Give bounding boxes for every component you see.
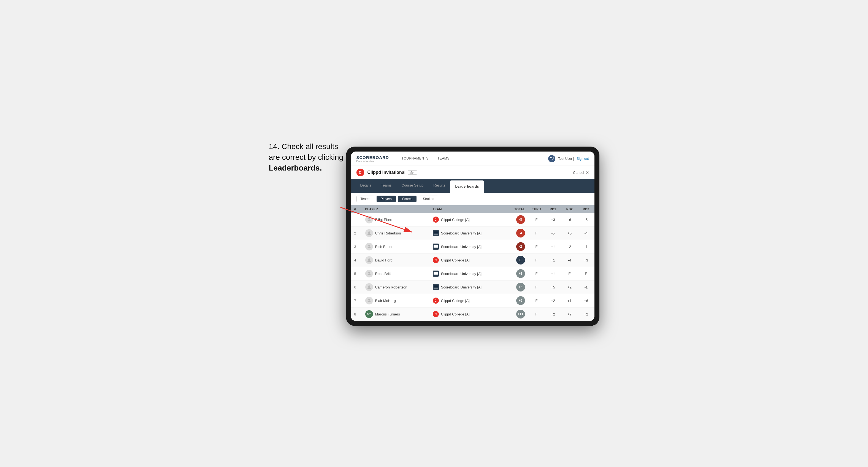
col-thru: THRU bbox=[528, 205, 545, 213]
cell-total: -8 bbox=[506, 213, 528, 226]
cell-rd3: +2 bbox=[578, 308, 594, 321]
cell-pos: 3 bbox=[351, 240, 362, 253]
cell-team: Scoreboard University [A] bbox=[430, 226, 506, 240]
svg-point-2 bbox=[368, 218, 370, 220]
cell-rd1: -5 bbox=[545, 226, 561, 240]
table-row: 7 Blair McHargCClippd College [A]+9F+2+1… bbox=[351, 294, 594, 308]
cell-player: Cameron Robertson bbox=[362, 280, 430, 294]
col-pos: # bbox=[351, 205, 362, 213]
table-row: 4 David FordCClippd College [A]EF+1-4+3 bbox=[351, 253, 594, 267]
col-total: TOTAL bbox=[506, 205, 528, 213]
tab-results[interactable]: Results bbox=[428, 179, 450, 193]
cell-team: Scoreboard University [A] bbox=[430, 280, 506, 294]
cancel-button[interactable]: Cancel ✕ bbox=[573, 170, 589, 175]
cell-team: CClippd College [A] bbox=[430, 253, 506, 267]
cell-rd1: +5 bbox=[545, 280, 561, 294]
cell-thru: F bbox=[528, 240, 545, 253]
svg-point-8 bbox=[368, 299, 370, 301]
filter-players[interactable]: Players bbox=[377, 196, 396, 202]
cell-thru: F bbox=[528, 267, 545, 280]
col-rd1: RD1 bbox=[545, 205, 561, 213]
cell-rd1: +3 bbox=[545, 213, 561, 226]
tab-course-setup[interactable]: Course Setup bbox=[397, 179, 429, 193]
nav-tournaments[interactable]: TOURNAMENTS bbox=[397, 152, 433, 166]
cell-rd2: E bbox=[561, 267, 578, 280]
cell-rd3: -4 bbox=[578, 226, 594, 240]
tablet-frame: SCOREBOARD Powered by clippd TOURNAMENTS… bbox=[346, 147, 599, 326]
svg-point-5 bbox=[368, 258, 370, 260]
logo-sub: Powered by clippd bbox=[356, 160, 389, 162]
svg-point-4 bbox=[368, 245, 370, 247]
cell-rd3: E bbox=[578, 267, 594, 280]
cell-pos: 8 bbox=[351, 308, 362, 321]
col-rd2: RD2 bbox=[561, 205, 578, 213]
cell-rd2: +2 bbox=[561, 280, 578, 294]
cell-rd1: +2 bbox=[545, 294, 561, 308]
annotation-bold: Leaderboards. bbox=[269, 164, 322, 172]
cell-player: Rees Britt bbox=[362, 267, 430, 280]
cell-total: +11 bbox=[506, 308, 528, 321]
cell-team: Scoreboard University [A] bbox=[430, 240, 506, 253]
cell-rd3: -1 bbox=[578, 240, 594, 253]
annotation-line2: are correct by clicking bbox=[269, 153, 343, 161]
cell-rd1: +1 bbox=[545, 253, 561, 267]
tab-details[interactable]: Details bbox=[355, 179, 376, 193]
user-name: Test User | bbox=[558, 157, 574, 161]
cell-thru: F bbox=[528, 280, 545, 294]
user-avatar: TU bbox=[548, 155, 555, 162]
filter-teams[interactable]: Teams bbox=[356, 196, 374, 202]
table-row: 5 Rees BrittScoreboard University [A]+1F… bbox=[351, 267, 594, 280]
logo-text: SCOREBOARD bbox=[356, 155, 389, 160]
filter-strokes[interactable]: Strokes bbox=[419, 196, 438, 202]
tournament-logo: C bbox=[356, 168, 364, 176]
cell-player: David Ford bbox=[362, 253, 430, 267]
cell-pos: 6 bbox=[351, 280, 362, 294]
cell-team: CClippd College [A] bbox=[430, 213, 506, 226]
cell-rd2: +1 bbox=[561, 294, 578, 308]
tab-teams[interactable]: Teams bbox=[376, 179, 396, 193]
cell-pos: 7 bbox=[351, 294, 362, 308]
svg-point-6 bbox=[368, 272, 370, 274]
cell-thru: F bbox=[528, 253, 545, 267]
cell-rd2: +7 bbox=[561, 308, 578, 321]
col-team: TEAM bbox=[430, 205, 506, 213]
svg-point-3 bbox=[368, 231, 370, 233]
app-logo: SCOREBOARD Powered by clippd bbox=[356, 155, 389, 162]
cell-team: Scoreboard University [A] bbox=[430, 267, 506, 280]
table-row: 1 Elliot EbertCClippd College [A]-8F+3-6… bbox=[351, 213, 594, 226]
cell-rd3: -5 bbox=[578, 213, 594, 226]
table-body: 1 Elliot EbertCClippd College [A]-8F+3-6… bbox=[351, 213, 594, 321]
cell-rd2: -2 bbox=[561, 240, 578, 253]
col-player: PLAYER bbox=[362, 205, 430, 213]
svg-point-7 bbox=[368, 285, 370, 287]
cell-team: CClippd College [A] bbox=[430, 294, 506, 308]
table-row: 2 Chris RobertsonScoreboard University [… bbox=[351, 226, 594, 240]
tablet-screen: SCOREBOARD Powered by clippd TOURNAMENTS… bbox=[351, 152, 594, 321]
tab-leaderboards[interactable]: Leaderboards bbox=[450, 181, 484, 193]
cell-pos: 2 bbox=[351, 226, 362, 240]
nav-links: TOURNAMENTS TEAMS bbox=[397, 152, 548, 166]
cell-pos: 4 bbox=[351, 253, 362, 267]
cell-thru: F bbox=[528, 213, 545, 226]
cell-total: -2 bbox=[506, 240, 528, 253]
cell-total: +6 bbox=[506, 280, 528, 294]
nav-teams[interactable]: TEAMS bbox=[433, 152, 454, 166]
cell-rd2: -4 bbox=[561, 253, 578, 267]
table-row: 3 Rich ButlerScoreboard University [A]-2… bbox=[351, 240, 594, 253]
cell-rd3: +3 bbox=[578, 253, 594, 267]
cell-total: +9 bbox=[506, 294, 528, 308]
cell-thru: F bbox=[528, 308, 545, 321]
cell-rd1: +1 bbox=[545, 267, 561, 280]
cell-player: Elliot Ebert bbox=[362, 213, 430, 226]
table-header: # PLAYER TEAM TOTAL THRU RD1 RD2 RD3 bbox=[351, 205, 594, 213]
cell-player: Chris Robertson bbox=[362, 226, 430, 240]
filter-row: Teams Players Scores Strokes bbox=[351, 193, 594, 205]
filter-scores[interactable]: Scores bbox=[398, 196, 416, 202]
cell-total: +1 bbox=[506, 267, 528, 280]
tournament-title: Clippd Invitational bbox=[368, 170, 406, 175]
cell-rd2: -6 bbox=[561, 213, 578, 226]
signout-link[interactable]: Sign out bbox=[577, 157, 589, 161]
col-rd3: RD3 bbox=[578, 205, 594, 213]
app-nav: SCOREBOARD Powered by clippd TOURNAMENTS… bbox=[351, 152, 594, 166]
cell-player: Rich Butler bbox=[362, 240, 430, 253]
